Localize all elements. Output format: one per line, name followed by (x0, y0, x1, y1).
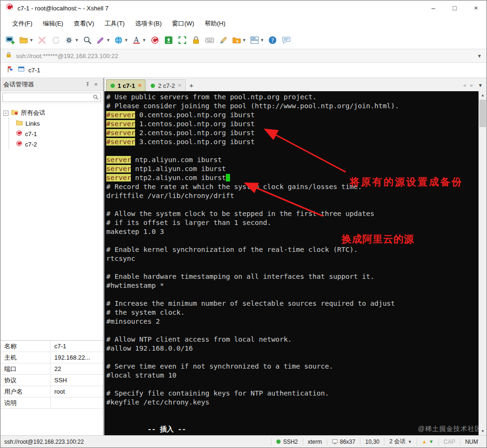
file-transfer-icon[interactable] (162, 34, 175, 47)
font-icon[interactable]: A▼ (131, 34, 147, 47)
compose-icon[interactable]: ▼ (95, 34, 111, 47)
watermark: @稀土掘金技术社区 (418, 425, 482, 433)
terminal-line: #minsources 2 (106, 317, 478, 326)
tree-item-label: Links (26, 120, 40, 127)
menu-bar: 文件(F)编辑(E)查看(V)工具(T)选项卡(B)窗口(W)帮助(H) (0, 16, 487, 32)
tab-scroll-left-icon[interactable]: ◂ (463, 82, 466, 88)
terminal-line: makestep 1.0 3 (106, 227, 478, 236)
maximize-button[interactable]: □ (444, 0, 465, 16)
link-bar-icon[interactable] (6, 65, 14, 75)
tab-list-dropdown-icon[interactable]: ▼ (478, 83, 483, 88)
status-session-count[interactable]: 2 会话 ▼ (384, 438, 417, 446)
new-tab-button[interactable]: + (187, 80, 196, 90)
session-properties-table: 名称c7-1主机192.168.22...端口22协议SSH用户名root说明 (0, 340, 103, 409)
close-panel-icon[interactable]: × (92, 81, 100, 88)
dropdown-arrow-icon: ▼ (142, 38, 146, 43)
open-folder-icon[interactable]: ▼ (18, 34, 34, 47)
connection-status-icon (276, 439, 281, 444)
tree-item-all-sessions[interactable]: − 所有会话 (0, 108, 103, 118)
virtual-keyboard-icon[interactable] (204, 34, 216, 47)
tab-close-icon[interactable]: × (178, 83, 182, 88)
terminal-line: server ntp1.aliyun.com iburst (106, 164, 478, 173)
tab-scroll-right-icon[interactable]: ▸ (470, 82, 473, 88)
new-session-icon[interactable] (4, 34, 17, 47)
menu-item-1[interactable]: 编辑(E) (38, 17, 68, 30)
session-window-icon[interactable] (17, 66, 25, 75)
status-protocol[interactable]: SSH2 (271, 438, 302, 446)
minimize-button[interactable]: – (423, 0, 444, 16)
status-terminal-type[interactable]: xterm (303, 438, 327, 446)
status-num-lock: NUM (460, 438, 483, 446)
new-file-window-icon[interactable]: ▼ (231, 34, 248, 47)
disconnect-icon[interactable] (36, 34, 48, 47)
tab-close-icon[interactable]: × (138, 83, 142, 88)
search-input[interactable] (2, 93, 101, 102)
status-connection-url: ssh://root@192.168.223.100:22 (4, 439, 84, 445)
session-manager-panel: 会话管理器 × − 所有会话 Linksc7-1c7-2 名称c7-1主机192… (0, 78, 104, 435)
address-bar[interactable]: ssh://root:******@192.168.223.100:22 ▼ (0, 49, 487, 63)
status-terminal-size[interactable]: 86x37 (327, 438, 360, 446)
find-icon[interactable] (81, 34, 94, 47)
terminal-line: # Serve time even if not synchronized to… (106, 362, 478, 371)
search-highlight: #server (106, 138, 135, 146)
tab-2-c7-2[interactable]: 2 c7-2× (146, 79, 186, 91)
menu-item-2[interactable]: 查看(V) (68, 17, 99, 30)
property-label: 说明 (0, 397, 51, 408)
feedback-icon[interactable] (280, 34, 292, 47)
scroll-down-icon[interactable]: ▼ (479, 427, 487, 435)
session-icon (16, 140, 23, 148)
tile-windows-icon[interactable]: ▼ (249, 34, 265, 47)
property-row: 名称c7-1 (0, 341, 103, 352)
title-bar[interactable]: c7-1 - root@localhost:~ - Xshell 7 – □ × (0, 0, 487, 16)
tree-item-links[interactable]: Links (9, 118, 103, 129)
tab-1-c7-1[interactable]: 1 c7-1× (106, 79, 145, 91)
help-icon[interactable]: ? (266, 34, 279, 47)
menu-item-6[interactable]: 帮助(H) (199, 17, 231, 30)
session-tree: − 所有会话 Linksc7-1c7-2 (0, 104, 103, 340)
terminal-line: #keyfile /etc/chrony.keys (106, 398, 478, 407)
fullscreen-icon[interactable] (176, 34, 188, 47)
session-count-label: 2 会话 (389, 438, 405, 446)
menu-item-4[interactable]: 选项卡(B) (130, 17, 167, 30)
tab-bar: 1 c7-1×2 c7-2× + ◂ ▸ ▼ (104, 78, 487, 91)
status-caps-lock: CAP (438, 438, 460, 446)
terminal[interactable]: # Use public servers from the pool.ntp.o… (104, 91, 487, 435)
xagent-icon[interactable] (149, 34, 161, 47)
lock-screen-icon[interactable] (190, 34, 202, 47)
property-value (51, 397, 103, 408)
status-transfer[interactable]: ▲ ▼ (417, 438, 438, 446)
terminal-line: #server 2.centos.pool.ntp.org iburst (106, 129, 478, 138)
terminal-scrollbar[interactable]: ▲ ▼ (478, 91, 487, 435)
encoding-icon[interactable]: ▼ (113, 34, 129, 47)
terminal-line: rtcsync (106, 254, 478, 263)
terminal-line: # Use public servers from the pool.ntp.o… (106, 93, 478, 102)
quick-session-label[interactable]: c7-1 (28, 67, 40, 74)
connected-dot-icon (151, 84, 155, 88)
tree-item-c7-2[interactable]: c7-2 (9, 139, 103, 149)
address-dropdown-icon[interactable]: ▼ (477, 53, 482, 59)
property-value: 192.168.22... (51, 352, 103, 363)
scroll-up-icon[interactable]: ▲ (479, 91, 487, 99)
tree-children: Linksc7-1c7-2 (9, 118, 103, 149)
search-highlight: #server (106, 120, 135, 128)
address-url[interactable]: ssh://root:******@192.168.223.100:22 (16, 52, 118, 60)
reconnect-icon[interactable] (50, 34, 62, 47)
menu-item-5[interactable]: 窗口(W) (167, 17, 199, 30)
menu-item-0[interactable]: 文件(F) (7, 17, 38, 30)
close-button[interactable]: × (465, 0, 487, 16)
cursor-position-label: 10,30 (365, 439, 379, 445)
tree-item-c7-1[interactable]: c7-1 (9, 129, 103, 139)
terminal-line: #server 0.centos.pool.ntp.org iburst (106, 111, 478, 120)
app-logo-icon (5, 3, 14, 13)
status-bar: ssh://root@192.168.223.100:22 SSH2 xterm… (0, 435, 487, 448)
session-properties-icon[interactable]: ▼ (63, 34, 80, 47)
highlight-pen-icon[interactable] (217, 34, 230, 47)
terminal-line: #hwtimestamp * (106, 281, 478, 290)
scrollbar-thumb[interactable] (479, 100, 486, 127)
menu-item-3[interactable]: 工具(T) (99, 17, 130, 30)
pin-icon[interactable] (83, 81, 92, 88)
tree-expander-icon[interactable]: − (3, 111, 9, 116)
terminal-line (106, 263, 478, 272)
tree-item-label: c7-1 (25, 130, 37, 138)
tree-item-label: c7-2 (25, 141, 37, 148)
